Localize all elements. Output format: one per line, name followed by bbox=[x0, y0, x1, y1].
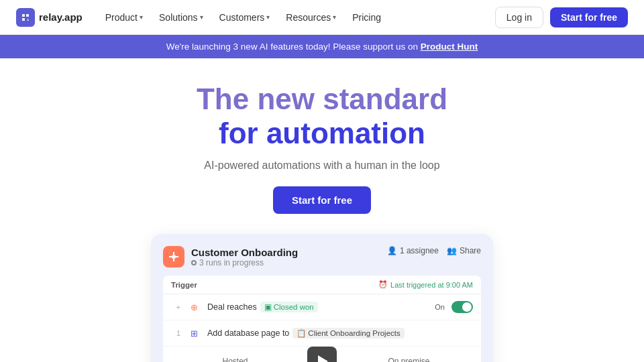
logo-icon bbox=[16, 8, 35, 27]
project-tag: 📋 Client Onboarding Projects bbox=[292, 328, 404, 339]
chevron-icon: ▾ bbox=[140, 13, 143, 21]
clock-icon: ⏰ bbox=[378, 280, 388, 289]
nav-item-product[interactable]: Product ▾ bbox=[99, 8, 150, 27]
card-title-group: Customer Onboarding 3 runs in progress bbox=[191, 247, 298, 267]
workflow-body: + ⊕ Deal reaches ▣ Closed won On 1 bbox=[163, 294, 481, 362]
login-button[interactable]: Log in bbox=[495, 7, 543, 28]
row-num: + bbox=[171, 303, 180, 311]
play-button-wrap bbox=[307, 347, 337, 362]
toggle-switch[interactable] bbox=[451, 301, 473, 313]
trigger-row: Trigger ⏰ Last triggered at 9:00 AM bbox=[163, 276, 481, 294]
nav-item-resources[interactable]: Resources ▾ bbox=[279, 8, 343, 27]
logo-text: relay.app bbox=[39, 11, 83, 23]
nav-left: relay.app Product ▾ Solutions ▾ Customer… bbox=[16, 8, 388, 27]
nav-right: Log in Start for free bbox=[495, 7, 628, 28]
share-badge[interactable]: 👥 Share bbox=[447, 246, 481, 255]
hero-section: The new standard for automation AI-power… bbox=[0, 58, 644, 362]
nav-item-solutions[interactable]: Solutions ▾ bbox=[152, 8, 210, 27]
runs-dot-icon bbox=[191, 260, 197, 265]
demo-card: Customer Onboarding 3 runs in progress 👤… bbox=[151, 234, 493, 362]
table-row: + ⊕ Deal reaches ▣ Closed won On bbox=[163, 294, 481, 320]
play-triangle-icon bbox=[318, 355, 328, 362]
table-row: 1 ⊞ Add database page to 📋 Client Onboar… bbox=[163, 320, 481, 347]
nav-item-pricing[interactable]: Pricing bbox=[345, 8, 388, 27]
closed-won-tag: ▣ Closed won bbox=[260, 302, 318, 312]
hero-cta-button[interactable]: Start for free bbox=[273, 186, 371, 214]
on-premise-label: On premise bbox=[337, 350, 481, 362]
hero-title: The new standard for automation bbox=[197, 82, 447, 150]
hosted-label: Hosted bbox=[163, 350, 307, 362]
chevron-icon: ▾ bbox=[333, 13, 336, 21]
svg-point-0 bbox=[172, 255, 176, 259]
chevron-icon: ▾ bbox=[200, 13, 203, 21]
notion-icon: 📋 bbox=[297, 328, 306, 338]
start-for-free-button[interactable]: Start for free bbox=[550, 7, 628, 27]
hero-subtitle: AI-powered automations with a human in t… bbox=[204, 160, 439, 172]
row-content: Deal reaches ▣ Closed won bbox=[207, 302, 428, 312]
card-title: Customer Onboarding bbox=[191, 247, 298, 258]
navbar: relay.app Product ▾ Solutions ▾ Customer… bbox=[0, 0, 644, 35]
hubspot-small-icon: ⊕ bbox=[187, 300, 201, 314]
share-icon: 👥 bbox=[447, 246, 457, 255]
assignee-badge[interactable]: 👤 1 assignee bbox=[387, 246, 439, 255]
row-num: 1 bbox=[171, 329, 180, 337]
card-header-left: Customer Onboarding 3 runs in progress bbox=[163, 246, 298, 267]
banner-text: We're launching 3 new AI features today!… bbox=[166, 42, 421, 52]
chevron-icon: ▾ bbox=[266, 13, 270, 21]
hubspot-icon bbox=[163, 246, 184, 267]
card-header: Customer Onboarding 3 runs in progress 👤… bbox=[163, 246, 481, 267]
person-icon: 👤 bbox=[387, 246, 397, 255]
last-triggered: ⏰ Last triggered at 9:00 AM bbox=[378, 280, 473, 289]
logo[interactable]: relay.app bbox=[16, 8, 83, 27]
row-content: Add database page to 📋 Client Onboarding… bbox=[207, 328, 473, 339]
card-header-right: 👤 1 assignee 👥 Share bbox=[387, 246, 481, 255]
nav-item-customers[interactable]: Customers ▾ bbox=[213, 8, 277, 27]
demo-card-wrapper: Customer Onboarding 3 runs in progress 👤… bbox=[13, 234, 631, 362]
card-subtitle: 3 runs in progress bbox=[191, 258, 298, 267]
on-label: On bbox=[435, 303, 445, 311]
trigger-label: Trigger bbox=[171, 281, 197, 289]
announcement-banner: We're launching 3 new AI features today!… bbox=[0, 35, 644, 58]
play-button[interactable] bbox=[307, 347, 337, 362]
nav-menu: Product ▾ Solutions ▾ Customers ▾ Resour… bbox=[99, 8, 388, 27]
hosted-row: Hosted On premise bbox=[163, 347, 481, 362]
product-hunt-link[interactable]: Product Hunt bbox=[421, 42, 478, 52]
tag-icon: ▣ bbox=[264, 302, 272, 312]
database-icon: ⊞ bbox=[187, 326, 201, 340]
